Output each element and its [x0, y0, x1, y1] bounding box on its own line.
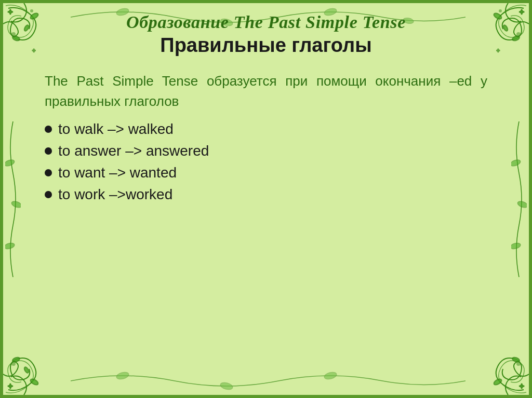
bullet-item-3: to want –> wanted — [45, 164, 487, 181]
bullet-item-4: to work –>worked — [45, 186, 487, 203]
bullet-dot-icon — [45, 126, 52, 133]
bullet-dot-icon — [45, 169, 52, 176]
bullet-text: to work –>worked — [58, 186, 172, 203]
slide: ✦ ✦ ✦ ✦ ✦ — [0, 0, 532, 398]
bullet-text: to walk –> walked — [58, 121, 174, 138]
bullet-dot-icon — [45, 147, 52, 155]
content-area: The Past Simple Tense образуется при пом… — [3, 61, 529, 395]
bullet-item-1: to walk –> walked — [45, 121, 487, 138]
title-bold: Правильные глаголы — [34, 34, 498, 57]
bullet-list: to walk –> walkedto answer –> answeredto… — [45, 121, 487, 208]
bullet-dot-icon — [45, 191, 52, 198]
bullet-text: to want –> wanted — [58, 164, 177, 181]
bullet-item-2: to answer –> answered — [45, 143, 487, 159]
description-text: The Past Simple Tense образуется при пом… — [45, 71, 487, 112]
bullet-text: to answer –> answered — [58, 143, 209, 159]
header: Образование The Past Simple Tense Правил… — [3, 3, 529, 61]
title-italic: Образование The Past Simple Tense — [34, 12, 498, 32]
